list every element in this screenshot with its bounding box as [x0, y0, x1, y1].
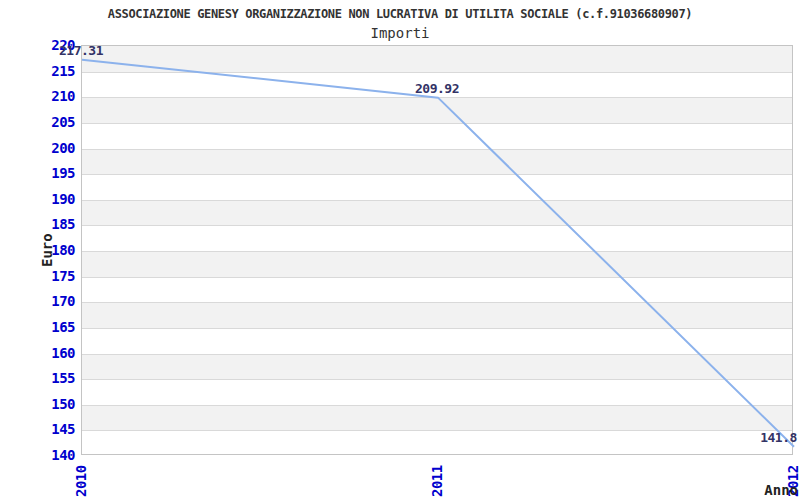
- plot-area: [81, 45, 793, 455]
- y-tick-label: 200: [0, 139, 75, 157]
- chart-subtitle: Importi: [0, 25, 800, 41]
- chart-title: ASSOCIAZIONE GENESY ORGANIZZAZIONE NON L…: [0, 7, 800, 21]
- line-series-path: [82, 60, 794, 447]
- data-point-label: 217.31: [58, 44, 104, 58]
- y-tick-label: 195: [0, 164, 75, 182]
- x-tick-label: 2011: [430, 465, 444, 497]
- y-tick-label: 140: [0, 446, 75, 464]
- y-tick-label: 165: [0, 318, 75, 336]
- y-tick-label: 160: [0, 344, 75, 362]
- y-tick-label: 145: [0, 420, 75, 438]
- y-tick-label: 175: [0, 267, 75, 285]
- x-tick-label: 2010: [74, 465, 88, 497]
- y-axis-title: Euro: [40, 233, 54, 267]
- data-point-label: 209.92: [414, 82, 460, 96]
- x-axis-title: Anno: [764, 483, 798, 497]
- y-tick-label: 215: [0, 62, 75, 80]
- data-point-label: 141.8: [759, 431, 798, 445]
- y-tick-label: 180: [0, 241, 75, 259]
- y-tick-label: 190: [0, 190, 75, 208]
- line-series: [82, 46, 794, 456]
- y-tick-label: 185: [0, 215, 75, 233]
- y-tick-label: 155: [0, 369, 75, 387]
- y-tick-label: 170: [0, 292, 75, 310]
- y-tick-label: 210: [0, 87, 75, 105]
- y-tick-label: 150: [0, 395, 75, 413]
- y-tick-label: 205: [0, 113, 75, 131]
- chart-canvas: ASSOCIAZIONE GENESY ORGANIZZAZIONE NON L…: [0, 0, 800, 500]
